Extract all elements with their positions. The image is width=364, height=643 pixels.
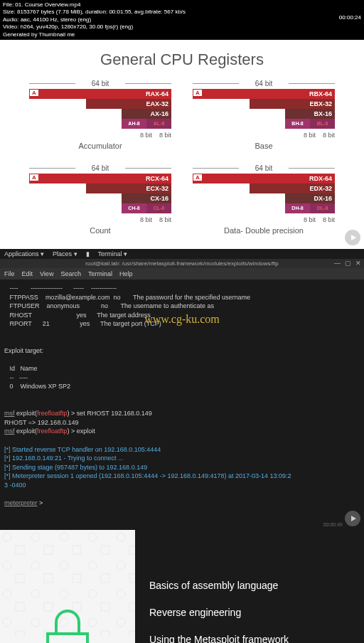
maximize-icon[interactable]: ▢ xyxy=(345,260,351,267)
log-line: [*] Started reverse TCP handler on 192.1… xyxy=(4,446,161,453)
exploit-target-header: Exploit target: xyxy=(4,347,43,354)
slide-topics: Basics of assembly language Reverse engi… xyxy=(0,530,364,643)
log-line: [*] Meterpreter session 1 opened (192.16… xyxy=(4,472,291,479)
reg-8h: DH-8 xyxy=(285,203,310,213)
reg-16: DX-16 xyxy=(285,193,335,203)
opt-row: RPORT 21 yes The target port (TCP) xyxy=(4,320,161,327)
window-title: root@kali.lab: /usr/share/metasploit-fra… xyxy=(85,260,278,267)
menu-terminal-item[interactable]: Terminal xyxy=(88,270,112,277)
meta-size: Size: 8153767 bytes (7.78 MiB), duration… xyxy=(3,9,361,16)
topic-line: Reverse engineering xyxy=(149,607,350,618)
reg-64: ARCX-64 xyxy=(29,174,171,184)
opt-row: FTPUSER anonymous no The username to aut… xyxy=(4,302,214,309)
menu-view[interactable]: View xyxy=(40,270,53,277)
target-header: Id Name xyxy=(4,365,38,372)
bit-width-label: 64 bit xyxy=(193,164,335,172)
reg-16: CX-16 xyxy=(122,193,171,203)
bit-labels: 8 bit8 bit xyxy=(29,132,171,139)
register-name: Base xyxy=(193,142,335,150)
menu-file[interactable]: File xyxy=(4,270,15,277)
menu-places[interactable]: Places ▾ xyxy=(53,250,77,257)
slide-registers: General CPU Registers 64 bitARAX-64EAX-3… xyxy=(0,40,364,249)
menu-applications[interactable]: Applications ▾ xyxy=(4,250,44,257)
reg-16: BX-16 xyxy=(285,109,335,119)
reg-8l: AL-8 xyxy=(146,119,171,129)
meta-gen: Generated by Thumbnail me xyxy=(3,31,361,38)
bit-width-label: 64 bit xyxy=(29,80,171,87)
opt-row: ---- --------------- ----- ------------ xyxy=(4,285,117,292)
reg-32: ECX-32 xyxy=(86,184,171,193)
reg-8h: BH-8 xyxy=(285,119,310,129)
register-name: Accumulator xyxy=(29,142,171,150)
opt-row: RHOST yes The target address xyxy=(4,312,151,319)
prompt-line: msf exploit(freefloatftp) > set RHOST 19… xyxy=(4,410,152,417)
reg-32: EDX-32 xyxy=(250,184,335,193)
reg-8l: DL-8 xyxy=(310,203,335,213)
registers-grid: 64 bitARAX-64EAX-32AX-16AH-8AL-88 bit8 b… xyxy=(14,80,350,235)
menu-search[interactable]: Search xyxy=(60,270,81,277)
meta-file: File: 01. Course Overview.mp4 xyxy=(3,1,361,9)
terminal-output[interactable]: www.cg-ku.com ---- --------------- -----… xyxy=(0,280,364,530)
target-dash: -- ---- xyxy=(4,374,28,381)
register-name: Data- Double precision xyxy=(193,226,335,235)
minimize-icon[interactable]: — xyxy=(334,260,341,267)
menu-help[interactable]: Help xyxy=(119,270,133,277)
meta-video: Video: h264, yuv420p, 1280x720, 30.00 fp… xyxy=(3,23,361,31)
register-block: 64 bitARBX-64EBX-32BX-16BH-8BL-88 bit8 b… xyxy=(193,80,335,150)
output-line: RHOST => 192.168.0.149 xyxy=(4,419,78,426)
timestamp-1: 00:00:24 xyxy=(339,14,361,21)
log-line: 3 -0400 xyxy=(4,482,26,489)
menu-terminal[interactable]: Terminal ▾ xyxy=(98,250,128,257)
bit-width-label: 64 bit xyxy=(193,80,335,87)
topic-line: Using the Metasploit framework xyxy=(149,634,350,643)
register-bars: ARCX-64ECX-32CX-16CH-8CL-8 xyxy=(29,174,171,215)
timestamp-2: 00:00:49 xyxy=(323,521,343,528)
topic-line: Basics of assembly language xyxy=(149,580,350,591)
register-block: 64 bitARDX-64EDX-32DX-16DH-8DL-88 bit8 b… xyxy=(193,164,335,235)
prompt-line: msf exploit(freefloatftp) > exploit xyxy=(4,427,95,435)
gnome-topbar[interactable]: Applications ▾ Places ▾ ▮ Terminal ▾ xyxy=(0,249,364,259)
window-titlebar: root@kali.lab: /usr/share/metasploit-fra… xyxy=(0,259,364,268)
reg-8l: BL-8 xyxy=(310,119,335,129)
bit-labels: 8 bit8 bit xyxy=(29,216,171,223)
reg-8h: CH-8 xyxy=(122,203,146,213)
register-bars: ARAX-64EAX-32AX-16AH-8AL-8 xyxy=(29,89,171,130)
reg-64: ARBX-64 xyxy=(193,89,335,99)
watermark: www.cg-ku.com xyxy=(144,312,220,327)
reg-64: ARDX-64 xyxy=(193,174,335,184)
terminal-icon: ▮ xyxy=(86,250,90,257)
reg-32: EAX-32 xyxy=(86,99,171,109)
register-bars: ARBX-64EBX-32BX-16BH-8BL-8 xyxy=(193,89,335,130)
reg-16: AX-16 xyxy=(122,109,171,119)
log-line: [*] Sending stage (957487 bytes) to 192.… xyxy=(4,464,147,471)
bit-labels: 8 bit8 bit xyxy=(193,132,335,139)
file-metadata: File: 01. Course Overview.mp4 Size: 8153… xyxy=(0,0,364,40)
topics-list: Basics of assembly language Reverse engi… xyxy=(135,530,364,643)
slide1-title: General CPU Registers xyxy=(14,51,350,69)
register-bars: ARDX-64EDX-32DX-16DH-8DL-8 xyxy=(193,174,335,215)
reg-32: EBX-32 xyxy=(250,99,335,109)
terminal-menubar: File Edit View Search Terminal Help xyxy=(0,268,364,280)
bit-labels: 8 bit8 bit xyxy=(193,216,335,223)
play-icon[interactable] xyxy=(345,511,360,526)
lock-icon xyxy=(46,610,89,643)
register-block: 64 bitARAX-64EAX-32AX-16AH-8AL-88 bit8 b… xyxy=(29,80,171,150)
play-icon[interactable] xyxy=(345,230,360,245)
reg-8l: CL-8 xyxy=(146,203,171,213)
log-line: [*] 192.168.0.149:21 - Trying to connect… xyxy=(4,455,124,462)
register-block: 64 bitARCX-64ECX-32CX-16CH-8CL-88 bit8 b… xyxy=(29,164,171,235)
reg-8h: AH-8 xyxy=(122,119,146,129)
reg-64: ARAX-64 xyxy=(29,89,171,99)
register-name: Count xyxy=(29,226,171,235)
close-icon[interactable]: ✕ xyxy=(355,260,361,267)
meterpreter-prompt: meterpreter > xyxy=(4,499,43,506)
lock-panel xyxy=(0,530,135,643)
opt-row: FTPPASS mozilla@example.com no The passw… xyxy=(4,294,250,301)
menu-edit[interactable]: Edit xyxy=(22,270,33,277)
target-row: 0 Windows XP SP2 xyxy=(4,383,70,390)
bit-width-label: 64 bit xyxy=(29,164,171,172)
meta-audio: Audio: aac, 44100 Hz, stereo (eng) xyxy=(3,16,361,23)
